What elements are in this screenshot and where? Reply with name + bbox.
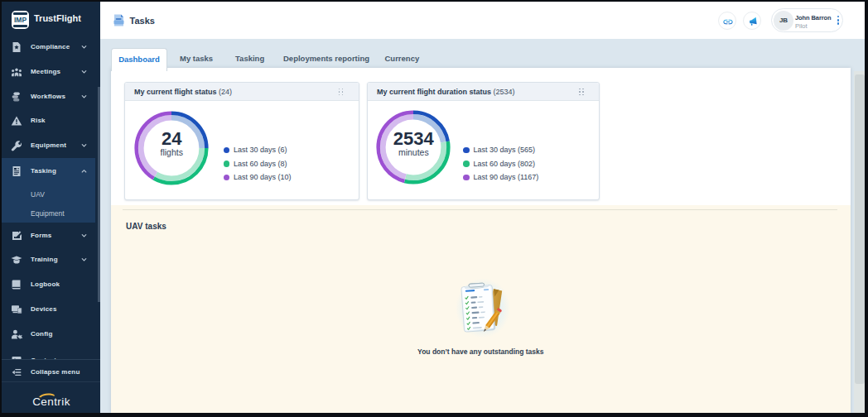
svg-text:Centrik: Centrik — [32, 395, 70, 408]
